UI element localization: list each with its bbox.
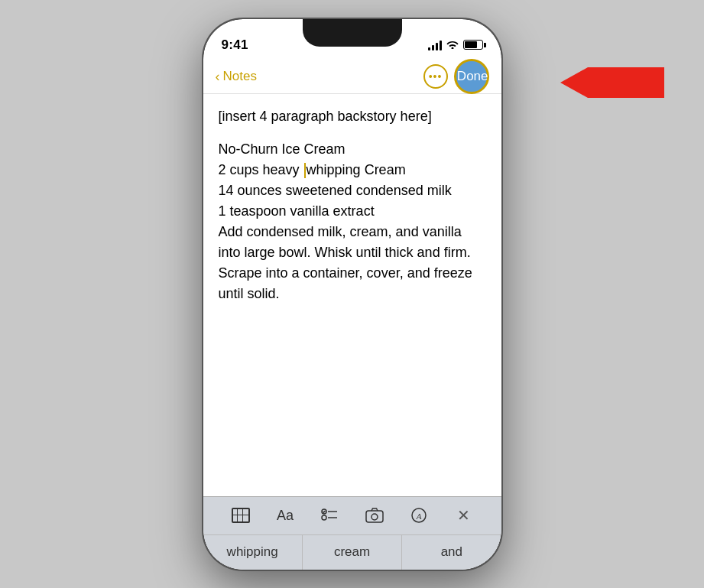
camera-icon xyxy=(365,508,384,523)
autocomplete-whipping[interactable]: whipping xyxy=(203,535,303,570)
notch xyxy=(303,19,402,47)
back-button[interactable]: ‹ Notes xyxy=(216,69,257,85)
arrow-body xyxy=(588,67,664,98)
autocomplete-cream[interactable]: cream xyxy=(303,535,402,570)
markup-icon: A xyxy=(410,507,427,524)
format-button[interactable]: Aa xyxy=(270,500,300,531)
svg-point-2 xyxy=(322,515,326,520)
camera-button[interactable] xyxy=(359,500,390,531)
nav-bar: ‹ Notes ••• Done xyxy=(203,60,501,94)
close-icon: ✕ xyxy=(457,506,470,525)
status-icons xyxy=(428,39,483,51)
text-cursor xyxy=(304,163,306,178)
done-label: Done xyxy=(457,69,488,84)
battery-icon xyxy=(463,40,483,50)
checklist-icon xyxy=(321,508,338,523)
nav-actions: ••• Done xyxy=(423,59,489,94)
signal-icon xyxy=(428,40,442,50)
table-icon-button[interactable] xyxy=(225,500,256,531)
markup-button[interactable]: A xyxy=(404,500,434,531)
table-icon xyxy=(232,508,250,523)
note-content[interactable]: [insert 4 paragraph backstory here] No-C… xyxy=(203,94,501,496)
svg-text:A: A xyxy=(416,512,422,521)
status-time: 9:41 xyxy=(222,37,248,53)
note-line-backstory: [insert 4 paragraph backstory here] xyxy=(219,106,486,127)
keyboard-toolbar: Aa xyxy=(203,496,501,534)
autocomplete-and[interactable]: and xyxy=(402,535,501,570)
close-button[interactable]: ✕ xyxy=(448,500,479,531)
phone-frame: 9:41 xyxy=(203,19,501,570)
red-arrow xyxy=(560,67,664,98)
signal-bar-2 xyxy=(432,45,434,50)
autocomplete-bar: whipping cream and xyxy=(203,534,501,570)
arrow-head xyxy=(560,67,588,98)
font-icon: Aa xyxy=(277,508,294,524)
back-chevron-icon: ‹ xyxy=(216,69,220,85)
done-button[interactable]: Done xyxy=(454,59,489,94)
signal-bar-4 xyxy=(440,41,442,50)
screen: 9:41 xyxy=(203,19,501,570)
back-label: Notes xyxy=(223,69,257,84)
more-dots-icon: ••• xyxy=(429,70,443,83)
note-line-title: No-Churn Ice Cream 2 cups heavy whipping… xyxy=(219,139,486,304)
svg-point-5 xyxy=(371,514,378,520)
signal-bar-1 xyxy=(428,47,430,50)
checklist-button[interactable] xyxy=(314,500,345,531)
more-button[interactable]: ••• xyxy=(423,64,448,89)
wifi-icon xyxy=(446,39,459,51)
scene: 9:41 xyxy=(0,0,704,588)
signal-bar-3 xyxy=(436,43,438,50)
